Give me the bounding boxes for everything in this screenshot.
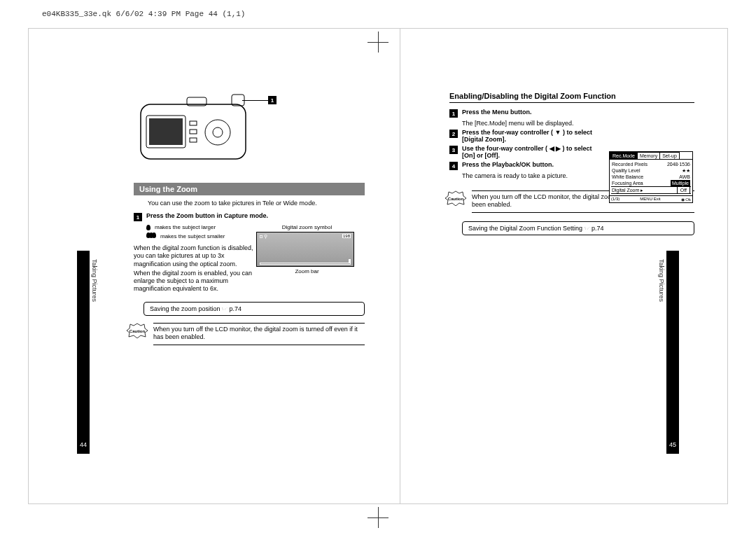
step-number-icon: 1 xyxy=(449,109,458,118)
page-45: Enabling/Disabling the Digital Zoom Func… xyxy=(400,29,729,503)
section-title-digital-zoom: Enabling/Disabling the Digital Zoom Func… xyxy=(449,92,694,103)
svg-rect-2 xyxy=(149,118,183,145)
caution-icon: Caution xyxy=(445,190,466,206)
wide-icon xyxy=(146,232,156,240)
para-optical: When the digital zoom function is disabl… xyxy=(134,244,256,268)
step-1: 1 Press the Zoom button in Capture mode. xyxy=(134,212,365,221)
lcd-label-bottom: Zoom bar xyxy=(256,268,358,275)
menu-digital-zoom-val: Off xyxy=(677,187,690,193)
side-label-right: Taking Pictures xyxy=(658,259,665,302)
menu-recorded-pixels: Recorded Pixels xyxy=(612,161,648,167)
lcd-label-top: Digital zoom symbol xyxy=(256,224,358,230)
step-r4-sub: The camera is ready to take a picture. xyxy=(462,172,603,180)
zoom-bar xyxy=(260,263,351,265)
menu-recorded-pixels-val: 2048·1536 xyxy=(667,161,690,167)
step-r2: Press the four-way controller ( ▼ ) to s… xyxy=(462,129,592,143)
zoom-indicator xyxy=(349,259,351,263)
svg-point-3 xyxy=(205,120,230,145)
crop-mark-bottom xyxy=(368,507,388,528)
lcd-col-text: makes the subject larger makes the subje… xyxy=(134,224,256,295)
menu-exit: MENU Exit xyxy=(640,197,660,202)
side-tab-left: 44 xyxy=(77,251,90,454)
menu-quality-val: ★★ xyxy=(682,167,690,174)
steps-right: 1Press the Menu button. The [Rec.Mode] m… xyxy=(449,109,603,181)
page-number-45: 45 xyxy=(666,441,679,448)
step-r4: Press the Playback/OK button. xyxy=(462,161,554,168)
svg-rect-7 xyxy=(190,121,197,125)
svg-rect-9 xyxy=(190,138,197,142)
menu-focus-val: Multiple xyxy=(671,180,690,186)
step-r1-sub: The [Rec.Mode] menu will be displayed. xyxy=(462,120,603,127)
step-number-icon: 2 xyxy=(449,130,458,138)
caution-icon: Caution xyxy=(127,323,148,338)
left-content: 1 Using the Zoom You can use the zoom to… xyxy=(134,92,365,345)
page-spread: 1 Using the Zoom You can use the zoom to… xyxy=(28,28,728,504)
step-1-text: Press the Zoom button in Capture mode. xyxy=(146,212,268,219)
menu-body: Recorded Pixels2048·1536 Quality Level★★… xyxy=(610,159,692,195)
step-number-icon: 3 xyxy=(449,146,458,154)
svg-rect-8 xyxy=(190,130,197,134)
menu-wb: White Balance xyxy=(612,174,643,180)
lcd-area: makes the subject larger makes the subje… xyxy=(134,224,365,295)
menu-focus: Focusing Area xyxy=(612,180,643,186)
menu-page-indicator: (1/3) xyxy=(611,197,620,202)
print-header: e04KB335_33e.qk 6/6/02 4:39 PM Page 44 (… xyxy=(42,10,245,18)
step-r1: Press the Menu button. xyxy=(462,109,532,116)
reference-box-right: Saving the Digital Zoom Function Setting… xyxy=(462,221,694,235)
menu-digital-zoom: Digital Zoom ▸ xyxy=(612,187,643,193)
legend-smaller: makes the subject smaller xyxy=(160,233,225,240)
intro-text: You can use the zoom to take pictures in… xyxy=(148,200,365,207)
menu-tabs: Rec.Mode Memory Set-up xyxy=(610,152,692,159)
menu-ok: ◉ Ok xyxy=(681,197,691,202)
side-tab-right: 45 xyxy=(666,251,679,454)
lcd-top-left: ◘ ⚲ xyxy=(260,234,267,239)
step-number-icon: 4 xyxy=(449,162,458,170)
svg-text:Caution: Caution xyxy=(130,329,146,333)
legend-larger: makes the subject larger xyxy=(155,224,216,231)
tele-icon xyxy=(146,225,150,230)
page-number-44: 44 xyxy=(77,441,90,448)
menu-wb-val: AWB xyxy=(679,174,690,180)
callout-line xyxy=(242,100,269,101)
svg-point-4 xyxy=(213,127,223,137)
zoom-icons-legend: makes the subject larger makes the subje… xyxy=(146,224,256,240)
para-digital: When the digital zoom is enabled, you ca… xyxy=(134,270,256,293)
reference-box-left: Saving the zoom position ☞ p.74 xyxy=(144,302,365,316)
tab-setup: Set-up xyxy=(659,152,680,159)
callout-number-1: 1 xyxy=(268,96,276,104)
caution-text-left: When you turn off the LCD monitor, the d… xyxy=(153,323,365,345)
caution-left: Caution When you turn off the LCD monito… xyxy=(127,323,365,345)
rec-mode-menu: Rec.Mode Memory Set-up Recorded Pixels20… xyxy=(609,151,693,203)
lcd-screen: ◘ ⚲ 198 xyxy=(256,232,354,267)
step-number-icon: 1 xyxy=(134,213,142,221)
tab-rec-mode: Rec.Mode xyxy=(610,152,638,159)
menu-footer: (1/3) MENU Exit ◉ Ok xyxy=(610,195,692,202)
svg-text:Caution: Caution xyxy=(448,197,464,201)
section-title-using-zoom: Using the Zoom xyxy=(134,183,365,195)
lcd-top-right: 198 xyxy=(342,234,351,238)
step-r3: Use the four-way controller ( ◀ ▶ ) to s… xyxy=(462,145,592,159)
camera-illustration: 1 xyxy=(134,92,260,169)
tab-memory: Memory xyxy=(637,152,660,159)
side-label-left: Taking Pictures xyxy=(91,259,98,302)
menu-quality: Quality Level xyxy=(612,167,640,174)
lcd-col-screen: Digital zoom symbol ◘ ⚲ 198 Zoom bar xyxy=(256,224,358,295)
